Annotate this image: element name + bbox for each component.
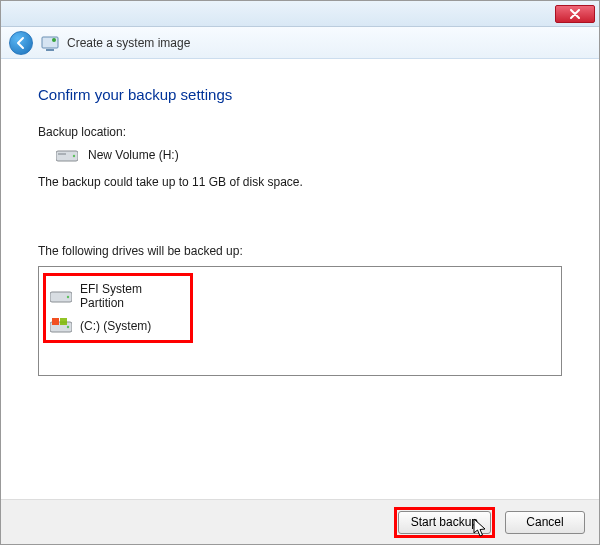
page-heading: Confirm your backup settings xyxy=(38,86,562,103)
svg-rect-1 xyxy=(46,49,54,51)
svg-point-7 xyxy=(67,296,69,298)
svg-rect-9 xyxy=(52,318,59,325)
drive-name: EFI System Partition xyxy=(80,282,186,310)
list-item: (C:) (System) xyxy=(48,314,188,338)
backup-location-row: New Volume (H:) xyxy=(38,147,562,163)
backup-location-value: New Volume (H:) xyxy=(88,148,179,162)
list-item: EFI System Partition xyxy=(48,278,188,314)
svg-rect-0 xyxy=(42,37,58,48)
wizard-header: Create a system image xyxy=(1,27,599,59)
svg-rect-10 xyxy=(60,318,67,325)
back-button[interactable] xyxy=(9,31,33,55)
wizard-footer: Start backup Cancel xyxy=(1,499,599,544)
arrow-left-icon xyxy=(14,36,28,50)
annotation-box: EFI System Partition (C:) (System) xyxy=(43,273,193,343)
svg-point-11 xyxy=(67,326,69,328)
svg-rect-5 xyxy=(58,153,66,155)
close-button[interactable] xyxy=(555,5,595,23)
annotation-box: Start backup xyxy=(394,507,495,538)
svg-point-4 xyxy=(73,155,75,157)
system-image-icon xyxy=(41,34,59,52)
wizard-window: Create a system image Confirm your backu… xyxy=(0,0,600,545)
hard-drive-icon xyxy=(56,147,78,163)
hard-drive-icon xyxy=(50,288,72,304)
backup-location-label: Backup location: xyxy=(38,125,562,139)
drives-label: The following drives will be backed up: xyxy=(38,244,562,258)
close-icon xyxy=(570,9,580,19)
content-area: Confirm your backup settings Backup loca… xyxy=(1,59,599,499)
size-estimate: The backup could take up to 11 GB of dis… xyxy=(38,175,562,189)
svg-point-2 xyxy=(52,38,56,42)
cancel-button[interactable]: Cancel xyxy=(505,511,585,534)
windows-drive-icon xyxy=(50,318,72,334)
drive-name: (C:) (System) xyxy=(80,319,151,333)
wizard-title: Create a system image xyxy=(67,36,190,50)
start-backup-button[interactable]: Start backup xyxy=(398,511,491,534)
titlebar xyxy=(1,1,599,27)
drives-listbox[interactable]: EFI System Partition (C:) (System) xyxy=(38,266,562,376)
